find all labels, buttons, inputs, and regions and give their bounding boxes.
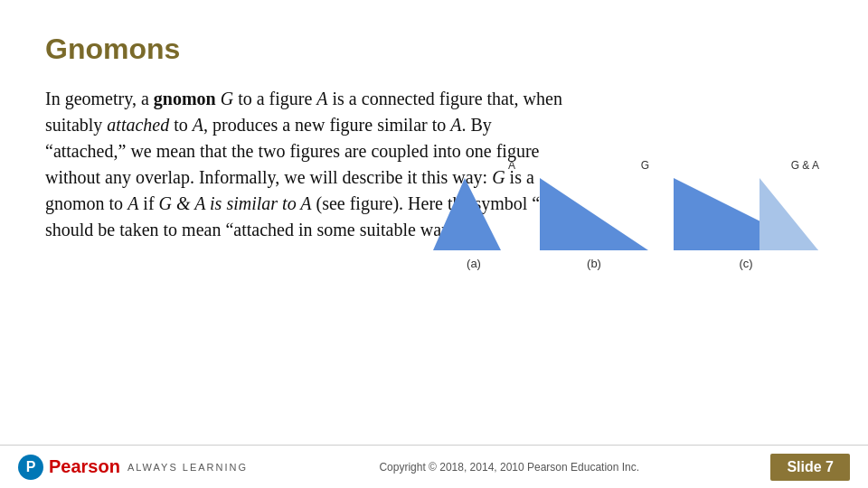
text-a2: A — [193, 115, 203, 135]
figure-ga-svg — [669, 174, 823, 255]
text-produces: , produces a new figure similar to — [203, 115, 450, 135]
svg-marker-3 — [760, 178, 818, 250]
figure-a: A (a) — [429, 159, 519, 270]
text-a3: A — [450, 115, 461, 135]
slide-number: Slide 7 — [770, 454, 850, 481]
pearson-p-icon: P — [18, 455, 43, 480]
text-g-italic: G — [216, 89, 233, 108]
fig-ga-label: (c) — [739, 257, 752, 270]
slide-label: Slide — [787, 459, 821, 474]
figure-a-svg — [429, 174, 519, 255]
figures-area: A (a) G (b) G & A — [429, 159, 823, 270]
text-a4: A — [127, 193, 138, 213]
slide-num: 7 — [826, 459, 834, 474]
pearson-name: Pearson — [49, 456, 120, 477]
figure-g-svg — [535, 174, 653, 255]
text-g-and-a: G & A is similar to A — [159, 193, 312, 213]
fig-g-letter: G — [535, 159, 653, 172]
figure-g: G (b) — [535, 159, 653, 270]
figure-ga: G & A (c) — [669, 159, 823, 270]
text-if: if — [138, 193, 158, 213]
svg-marker-0 — [433, 178, 501, 250]
svg-marker-1 — [540, 178, 648, 250]
always-learning: ALWAYS LEARNING — [127, 462, 248, 473]
content-area: In geometry, a gnomon G to a figure A is… — [45, 86, 823, 243]
text-attached-italic: attached — [107, 115, 169, 135]
fig-a-letter: A — [429, 159, 519, 172]
footer-left: P Pearson ALWAYS LEARNING — [18, 455, 248, 480]
pearson-logo: P Pearson — [18, 455, 120, 480]
text-to-figure: to a figure — [233, 89, 316, 108]
fig-ga-letter: G & A — [669, 159, 823, 172]
fig-a-label: (a) — [467, 257, 481, 270]
text-a-italic: A — [316, 89, 327, 108]
text-gnomon-bold: gnomon — [154, 89, 216, 108]
text-before-gnomon: In geometry, a — [45, 89, 154, 108]
fig-g-label: (b) — [587, 257, 601, 270]
text-to-a: to — [169, 115, 193, 135]
slide-title: Gnomons — [45, 33, 823, 66]
footer: P Pearson ALWAYS LEARNING Copyright © 20… — [0, 445, 868, 488]
copyright-text: Copyright © 2018, 2014, 2010 Pearson Edu… — [379, 461, 639, 474]
slide: Gnomons In geometry, a gnomon G to a fig… — [0, 0, 868, 488]
